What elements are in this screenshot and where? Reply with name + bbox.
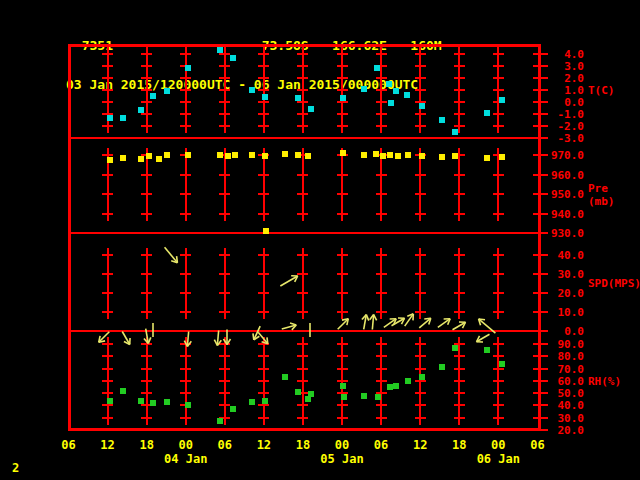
- grid-column: [263, 248, 265, 319]
- grid-tick: [454, 380, 465, 382]
- grid-tick: [297, 368, 308, 370]
- grid-tick: [493, 65, 504, 67]
- grid-tick: [102, 254, 113, 256]
- grid-tick: [454, 273, 465, 275]
- axis-tick-label: 30.0: [544, 268, 584, 281]
- grid-tick: [297, 125, 308, 127]
- temperature-point: [452, 129, 458, 135]
- grid-tick: [493, 89, 504, 91]
- grid-tick: [219, 65, 230, 67]
- grid-tick: [454, 404, 465, 406]
- axis-tick-label: 950.0: [544, 188, 584, 201]
- temperature-point: [393, 88, 399, 94]
- grid-tick: [102, 125, 113, 127]
- humidity-point: [499, 361, 505, 367]
- axis-tick-label: 50.0: [544, 387, 584, 400]
- grid-tick: [297, 404, 308, 406]
- humidity-point: [419, 374, 425, 380]
- grid-column: [458, 248, 460, 319]
- grid-tick: [376, 89, 387, 91]
- grid-tick: [180, 77, 191, 79]
- grid-tick: [258, 65, 269, 67]
- grid-tick: [415, 254, 426, 256]
- grid-column: [224, 248, 226, 319]
- grid-tick: [219, 380, 230, 382]
- grid-tick: [337, 273, 348, 275]
- grid-tick: [102, 193, 113, 195]
- grid-tick: [337, 343, 348, 345]
- wind-calm-bar: [140, 317, 166, 343]
- humidity-point: [185, 402, 191, 408]
- grid-tick: [415, 174, 426, 176]
- grid-tick: [219, 254, 230, 256]
- humidity-point: [249, 399, 255, 405]
- pressure-point: [361, 152, 367, 158]
- grid-tick: [180, 368, 191, 370]
- pressure-point: [249, 152, 255, 158]
- grid-tick: [141, 368, 152, 370]
- pressure-point: [120, 155, 126, 161]
- grid-tick: [337, 53, 348, 55]
- grid-tick: [258, 89, 269, 91]
- grid-tick: [102, 101, 113, 103]
- humidity-point: [150, 400, 156, 406]
- temperature-point: [217, 47, 223, 53]
- grid-tick: [454, 113, 465, 115]
- temperature-point: [262, 94, 268, 100]
- wind-arrow: [152, 237, 189, 274]
- grid-tick: [258, 273, 269, 275]
- pressure-point: [185, 152, 191, 158]
- grid-tick: [493, 125, 504, 127]
- grid-tick: [297, 417, 308, 419]
- axis-tick-label: 0.0: [544, 325, 584, 338]
- grid-tick: [337, 380, 348, 382]
- grid-tick: [141, 392, 152, 394]
- grid-tick: [493, 174, 504, 176]
- grid-tick: [337, 355, 348, 357]
- grid-tick: [180, 89, 191, 91]
- humidity-point: [282, 374, 288, 380]
- grid-tick: [454, 65, 465, 67]
- humidity-point: [164, 399, 170, 405]
- temperature-point: [164, 88, 170, 94]
- grid-tick: [337, 77, 348, 79]
- grid-tick: [376, 292, 387, 294]
- grid-tick: [102, 154, 113, 156]
- grid-tick: [376, 125, 387, 127]
- x-tick-label: 18: [132, 439, 162, 452]
- pressure-point: [452, 153, 458, 159]
- grid-tick: [493, 380, 504, 382]
- temperature-point: [120, 115, 126, 121]
- x-tick-label: 06: [210, 439, 240, 452]
- grid-tick: [493, 193, 504, 195]
- humidity-point: [341, 394, 347, 400]
- grid-tick: [376, 193, 387, 195]
- wind-arrow: [214, 324, 240, 350]
- pressure-point: [225, 153, 231, 159]
- grid-tick: [102, 292, 113, 294]
- grid-tick: [102, 273, 113, 275]
- grid-tick: [376, 113, 387, 115]
- grid-tick: [180, 292, 191, 294]
- grid-tick: [141, 101, 152, 103]
- axis-tick-label: 20.0: [544, 287, 584, 300]
- axis-tick-label: 40.0: [544, 249, 584, 262]
- grid-tick: [141, 213, 152, 215]
- grid-tick: [337, 89, 348, 91]
- grid-tick: [337, 417, 348, 419]
- pressure-point: [282, 151, 288, 157]
- temperature-point: [361, 86, 367, 92]
- temperature-point: [388, 100, 394, 106]
- grid-tick: [102, 65, 113, 67]
- pressure-point: [107, 157, 113, 163]
- grid-tick: [454, 368, 465, 370]
- grid-tick: [454, 174, 465, 176]
- grid-tick: [219, 292, 230, 294]
- grid-column: [146, 248, 148, 319]
- grid-tick: [415, 417, 426, 419]
- grid-column: [380, 248, 382, 319]
- grid-tick: [337, 368, 348, 370]
- grid-tick: [376, 53, 387, 55]
- grid-tick: [141, 292, 152, 294]
- grid-tick: [297, 77, 308, 79]
